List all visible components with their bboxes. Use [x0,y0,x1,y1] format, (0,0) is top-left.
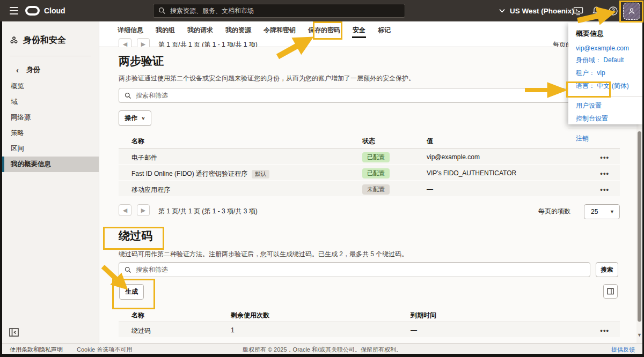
table-row[interactable]: Fast ID Online (FIDO) 通行密钥验证程序默认 已配置 VIP… [119,165,620,181]
tab-tags[interactable]: 标记 [377,21,391,38]
sidebar-item-domains[interactable]: 域 [2,94,99,110]
status-badge: 未配置 [362,184,390,195]
divider [10,56,91,56]
topbar: Cloud US West (Phoenix) [0,0,644,21]
identity-domain-link[interactable]: 身份域： Default [568,54,642,67]
chevron-down-icon [499,9,505,13]
sidebar-item-my-profile[interactable]: 我的概要信息 [2,157,99,172]
search-icon [125,92,131,99]
sidebar-title: 身份和安全 [2,21,99,47]
tab-my-resources[interactable]: 我的资源 [225,21,252,38]
chevron-down-icon: ▼ [610,209,614,214]
search-button[interactable]: 搜索 [596,262,618,277]
column-selector-button[interactable] [603,284,618,299]
sign-out-link[interactable]: 注销 [568,132,642,145]
sidebar-item-compartments[interactable]: 区间 [2,141,99,157]
cloud-shell-icon[interactable] [573,6,583,16]
footer: 使用条款和隐私声明 Cookie 首选项不可用 版权所有 © 2025，Orac… [2,343,642,354]
per-page-select[interactable]: 25▼ [584,204,620,219]
divider [568,129,642,129]
sidebar-item-policies[interactable]: 策略 [2,125,99,141]
search-icon [158,7,166,14]
sidebar-item-network-sources[interactable]: 网络源 [2,110,99,125]
status-badge: 已配置 [362,168,390,178]
two-step-search-input[interactable] [136,92,614,99]
table-header: 名称 状态 值 [119,132,620,149]
table-header: 名称 剩余使用次数 到期时间 [119,306,620,322]
scrollbar-down-arrow[interactable]: ▼ [637,332,642,338]
language-link[interactable]: 语言： 中文 (简体) [568,80,642,93]
region-label: US West (Phoenix) [510,7,574,15]
chevron-left-icon: ‹ [16,66,19,74]
bypass-description: 绕过码可用作第二种验证方法。注册两步验证后，您可以生成绕过码。已生成 2，最多共… [119,250,408,259]
status-badge: 已配置 [362,152,390,162]
actions-button[interactable]: 操作∨ [119,110,151,126]
table-row[interactable]: 移动应用程序 未配置 — ••• [119,181,620,197]
tab-tokens-keys[interactable]: 令牌和密钥 [263,21,296,38]
two-step-description: 两步验证通过使用第二个设备或安全问题来验证您的身份，从而为您的账户增加了一层额外… [119,74,415,83]
global-search-input[interactable] [170,7,400,14]
search-icon [125,266,131,273]
sidebar-items: 概览 域 网络源 策略 区间 我的概要信息 [2,79,99,172]
console-settings-link[interactable]: 控制台设置 [568,113,642,125]
global-search[interactable] [153,4,405,18]
sidebar: 身份和安全 ‹ 身份 概览 域 网络源 策略 区间 我的概要信息 [2,21,99,343]
profile-menu-heading: 概要信息 [568,28,642,43]
chevron-down-icon: ∨ [141,116,145,121]
default-tag: 默认 [252,170,269,178]
copyright-text: 版权所有 © 2025，Oracle 和/或其关联公司。保留所有权利。 [2,346,642,354]
per-page-label: 每页的项数 [538,207,570,216]
bypass-search-input[interactable] [136,266,584,273]
main-content: 两步验证 两步验证通过使用第二个设备或安全问题来验证您的身份，从而为您的账户增加… [99,47,636,343]
tab-saved-passwords[interactable]: 保存的密码 [308,21,341,38]
tenancy-link[interactable]: 租户： vip [568,67,642,80]
pagination-text: 第 1 页/共 1 页 (第 1 - 3 项/共 3 项) [158,207,258,216]
user-settings-link[interactable]: 用户设置 [568,100,642,113]
oracle-cloud-console: Cloud US West (Phoenix) 身份和安全 ‹ 身份 概览 域 [0,0,644,357]
divider [568,96,642,96]
next-page-button[interactable]: ▶ [137,204,150,216]
two-step-table: 名称 状态 值 电子邮件 已配置 vip@example.com ••• Fas… [119,132,620,197]
profile-email-link[interactable]: vip@example.com [568,43,642,54]
tab-details[interactable]: 详细信息 [117,21,144,38]
bypass-table: 名称 剩余使用次数 到期时间 绕过码 1 — ••• [119,306,620,338]
notifications-bell-icon[interactable] [591,6,602,16]
tab-bar: 详细信息 我的组 我的请求 我的资源 令牌和密钥 保存的密码 安全 标记 [99,21,636,38]
tab-my-requests[interactable]: 我的请求 [187,21,214,38]
sidebar-back-identity[interactable]: ‹ 身份 [16,64,99,76]
collapse-sidebar-icon[interactable] [9,327,19,338]
table-row[interactable]: 绕过码 1 — ••• [119,322,620,338]
two-step-title: 两步验证 [119,54,164,69]
bypass-title: 绕过码 [119,228,152,243]
sidebar-title-label: 身份和安全 [23,35,66,46]
two-step-search[interactable] [119,88,620,103]
prev-page-button[interactable]: ◀ [119,204,131,216]
tab-my-groups[interactable]: 我的组 [155,21,175,38]
brand-label: Cloud [44,6,65,15]
bypass-search[interactable] [119,262,590,277]
tab-security[interactable]: 安全 [352,21,366,38]
row-actions-icon[interactable]: ••• [600,326,609,334]
generate-button[interactable]: 生成 [119,284,144,300]
region-selector[interactable]: US West (Phoenix) [499,0,574,21]
feedback-link[interactable]: 提供反馈 [611,346,635,354]
table-row[interactable]: 电子邮件 已配置 vip@example.com ••• [119,149,620,165]
hamburger-menu-icon[interactable] [10,7,18,14]
sidebar-back-label: 身份 [26,65,40,75]
row-actions-icon[interactable]: ••• [600,185,609,194]
profile-dropdown: 概要信息 vip@example.com 身份域： Default 租户： vi… [568,23,642,124]
sidebar-item-overview[interactable]: 概览 [2,79,99,94]
row-actions-icon[interactable]: ••• [600,153,609,161]
oracle-logo[interactable] [25,6,40,16]
columns-icon [607,288,614,295]
row-actions-icon[interactable]: ••• [600,169,609,177]
help-icon[interactable] [608,6,618,16]
identity-security-icon [10,36,18,44]
tab-bar-band: 详细信息 我的组 我的请求 我的资源 令牌和密钥 保存的密码 安全 标记 ◀ ▶… [99,21,636,47]
user-avatar[interactable] [623,3,640,20]
scrollbar-thumb[interactable] [638,131,641,322]
person-icon [627,7,636,16]
